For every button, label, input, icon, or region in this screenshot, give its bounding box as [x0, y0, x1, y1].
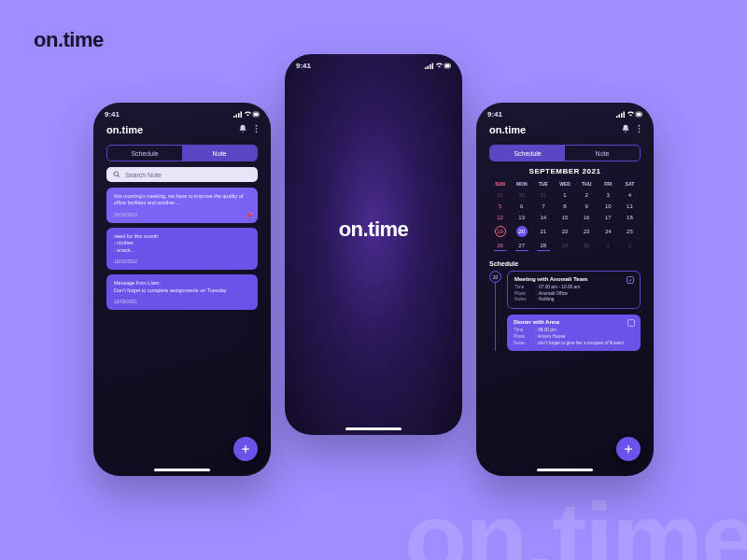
add-button[interactable] [233, 437, 258, 461]
calendar-day[interactable]: 5 [489, 201, 511, 212]
add-button[interactable] [616, 437, 641, 461]
tab-schedule[interactable]: Schedule [490, 146, 565, 161]
calendar-day[interactable]: 2 [619, 240, 641, 251]
notes-list: this morning's meeting, we have to impro… [93, 188, 271, 310]
svg-rect-13 [430, 64, 431, 69]
calendar-day[interactable]: 14 [532, 212, 554, 223]
svg-point-8 [256, 128, 258, 130]
calendar-month: SEPTEMBER 2021 [476, 167, 654, 175]
tab-note[interactable]: Note [182, 146, 257, 161]
status-bar: 9:41 [285, 54, 462, 70]
calendar-day[interactable]: 28 [532, 240, 554, 251]
event-time: 08.00 pm [538, 328, 557, 332]
calendar-day[interactable]: 16 [576, 212, 598, 223]
more-icon[interactable] [638, 124, 641, 135]
calendar-day[interactable]: 13 [511, 212, 532, 223]
note-card[interactable]: this morning's meeting, we have to impro… [106, 188, 258, 223]
bell-icon[interactable] [238, 124, 247, 135]
calendar-day[interactable]: 11 [619, 201, 641, 212]
home-indicator[interactable] [154, 469, 210, 471]
calendar-day[interactable]: 3 [598, 189, 619, 201]
phone-notes: 9:41 on.time Schedule Note Search Note [93, 103, 271, 476]
pin-icon: 📌 [246, 212, 252, 218]
home-indicator[interactable] [345, 427, 402, 430]
calendar-day[interactable]: 21 [532, 223, 554, 240]
event-card[interactable]: Dinner with AnnaTime : 08.00 pmPlace : A… [507, 315, 641, 351]
event-notes: Nothing [539, 297, 555, 301]
search-icon [113, 171, 120, 178]
svg-rect-11 [425, 67, 427, 69]
svg-rect-19 [619, 114, 621, 118]
event-checkbox[interactable]: ✓ [627, 276, 634, 284]
tab-note[interactable]: Note [565, 146, 640, 161]
calendar-day[interactable]: 25 [619, 223, 641, 240]
calendar-day[interactable]: 18 [619, 212, 641, 223]
calendar-day[interactable]: 20 [511, 223, 532, 240]
note-card[interactable]: need for this month: - clothes - snack..… [106, 228, 258, 270]
bell-icon[interactable] [621, 124, 630, 135]
search-input[interactable]: Search Note [106, 167, 258, 182]
calendar-dow: THU [576, 179, 598, 189]
calendar-day[interactable]: 7 [532, 201, 554, 212]
svg-rect-2 [238, 113, 240, 118]
svg-rect-24 [641, 113, 642, 115]
calendar-day[interactable]: 17 [598, 212, 619, 223]
calendar-dow: SUN [489, 179, 511, 189]
calendar-day[interactable]: 30 [511, 189, 532, 201]
more-icon[interactable] [255, 124, 258, 135]
svg-point-26 [639, 128, 641, 130]
calendar-day[interactable]: 8 [554, 201, 575, 212]
calendar-day[interactable]: 30 [576, 240, 598, 251]
status-icons [233, 110, 260, 119]
app-header: on.time [93, 119, 271, 139]
calendar-day[interactable]: 22 [554, 223, 575, 240]
status-bar: 9:41 [93, 103, 271, 119]
note-body: need for this month: - clothes - snack..… [114, 233, 250, 254]
svg-rect-5 [254, 113, 259, 117]
phone-splash: 9:41 on.time [285, 54, 462, 435]
note-body: Message from Liam: Don't forget to compl… [114, 280, 250, 294]
event-card[interactable]: Meeting with Anomali TeamTime : 07.00 am… [507, 271, 641, 309]
event-notes: don't forget to give her a bouquet of fl… [538, 341, 624, 345]
calendar-day[interactable]: 19 [489, 223, 511, 240]
svg-rect-20 [621, 113, 623, 118]
svg-rect-23 [637, 113, 641, 117]
calendar-day[interactable]: 29 [489, 189, 511, 201]
calendar-day[interactable]: 10 [598, 201, 619, 212]
svg-point-7 [256, 125, 258, 127]
calendar-day[interactable]: 26 [489, 240, 511, 251]
calendar-day[interactable]: 12 [489, 212, 511, 223]
splash-logo: on.time [339, 217, 409, 242]
status-bar: 9:41 [476, 103, 654, 119]
note-card[interactable]: Message from Liam: Don't forget to compl… [106, 274, 258, 310]
calendar-day[interactable]: 4 [619, 189, 641, 201]
svg-rect-16 [445, 64, 450, 68]
phone-mockups: 9:41 on.time Schedule Note Search Note [0, 0, 747, 560]
svg-rect-0 [233, 116, 235, 118]
calendar-day[interactable]: 15 [554, 212, 575, 223]
calendar-day[interactable]: 27 [511, 240, 532, 251]
calendar-day[interactable]: 23 [576, 223, 598, 240]
calendar-day[interactable]: 9 [576, 201, 598, 212]
calendar-day[interactable]: 1 [598, 240, 619, 251]
app-header: on.time [476, 119, 654, 139]
status-icons [425, 62, 451, 70]
timeline-day-badge: 20 [489, 271, 501, 283]
home-indicator[interactable] [537, 469, 593, 471]
svg-rect-1 [236, 114, 238, 118]
svg-rect-17 [450, 64, 451, 66]
event-title: Meeting with Anomali Team [514, 276, 633, 282]
calendar-grid: SUNMONTUEWEDTHUFRISAT 293031123456789101… [489, 179, 641, 251]
calendar-day[interactable]: 6 [511, 201, 532, 212]
calendar-day[interactable]: 31 [532, 189, 554, 201]
tab-schedule[interactable]: Schedule [107, 146, 182, 161]
svg-point-25 [639, 125, 641, 127]
calendar-day[interactable]: 1 [554, 189, 575, 201]
plus-icon [623, 443, 634, 455]
calendar-day[interactable]: 2 [576, 189, 598, 201]
event-checkbox[interactable] [627, 319, 635, 327]
svg-rect-21 [624, 111, 626, 118]
schedule-heading: Schedule [489, 260, 641, 267]
calendar-day[interactable]: 24 [598, 223, 619, 240]
calendar-day[interactable]: 29 [554, 240, 575, 251]
